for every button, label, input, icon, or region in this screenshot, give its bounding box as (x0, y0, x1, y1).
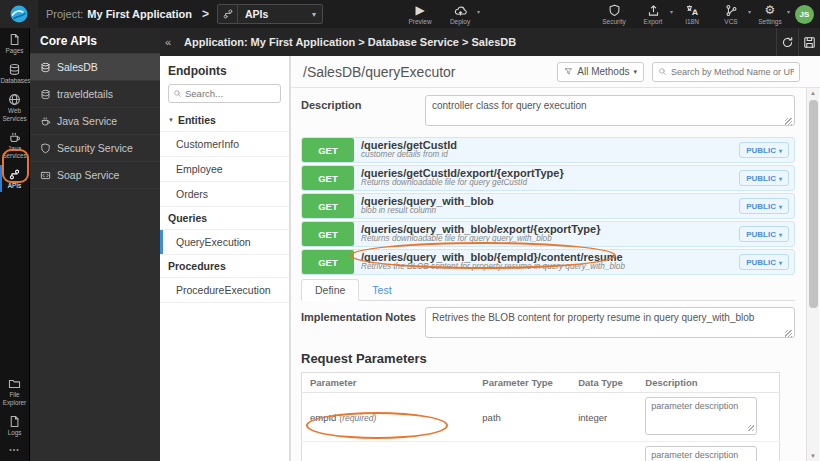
refresh-button[interactable] (776, 28, 798, 56)
core-api-item-salesdb[interactable]: SalesDB (30, 54, 160, 81)
sidebar-item-java-services[interactable]: Java Services (0, 126, 29, 163)
sidebar-spacer (0, 194, 29, 373)
access-dropdown[interactable]: PUBLIC▾ (739, 254, 789, 270)
topbar-action-settings[interactable]: ⚙▾Settings (757, 3, 783, 25)
endpoints-section-queries: Queries (160, 207, 289, 230)
service-header: /SalesDB/queryExecutor All Methods ▾ (291, 56, 820, 88)
parameter-description-cell (637, 442, 779, 461)
endpoints-sections: ▼EntitiesCustomerInfoEmployeeOrdersQueri… (160, 109, 289, 303)
implementation-notes-row: Implementation Notes Retrives the BLOB c… (301, 307, 795, 342)
endpoint-tree-item-orders[interactable]: Orders (160, 182, 289, 207)
scrollbar-thumb[interactable] (809, 100, 818, 308)
endpoints-search-box[interactable] (168, 84, 281, 103)
sidebar-item-pages[interactable]: Pages (0, 28, 29, 58)
scroll-down-arrow-icon[interactable]: ▼ (807, 453, 819, 459)
sidebar-item-logs[interactable]: Logs (0, 410, 29, 440)
project-breadcrumb: Project:My First Application (46, 8, 192, 20)
access-label: PUBLIC (746, 146, 776, 155)
sidebar-item-file-explorer[interactable]: File Explorer (0, 372, 29, 409)
core-api-item-java-service[interactable]: Java Service (30, 108, 160, 135)
core-api-item-security-service[interactable]: Security Service (30, 135, 160, 162)
core-api-item-traveldetails[interactable]: traveldetails (30, 81, 160, 108)
endpoint-description: blob in result column (361, 206, 739, 215)
app-logo[interactable] (0, 0, 38, 28)
endpoint-tree-item-employee[interactable]: Employee (160, 157, 289, 182)
methods-filter-dropdown[interactable]: All Methods ▾ (557, 62, 644, 82)
play-icon: ▶ (415, 3, 424, 17)
user-avatar[interactable]: JS (795, 5, 814, 24)
endpoints-section-entities[interactable]: ▼Entities (160, 109, 289, 132)
access-dropdown[interactable]: PUBLIC▾ (739, 142, 789, 158)
method-badge-get: GET (302, 194, 354, 218)
sidebar-item-label: Java Services (1, 145, 29, 159)
core-api-item-label: SalesDB (57, 61, 98, 73)
endpoint-tree-item-queryexecution[interactable]: QueryExecution (160, 230, 289, 255)
main-scrollbar[interactable]: ▲ ▼ (806, 88, 819, 461)
web-services-icon (8, 93, 21, 106)
sidebar-item-web-services[interactable]: Web Services (0, 88, 29, 125)
endpoints-section-label: Procedures (168, 260, 226, 272)
sidebar-item-label: File Explorer (1, 391, 29, 405)
java-icon (40, 116, 51, 127)
core-apis-panel: Core APIs SalesDBtraveldetailsJava Servi… (30, 28, 160, 461)
refresh-icon (781, 36, 794, 49)
core-api-item-label: Security Service (57, 142, 133, 154)
endpoint-info: /queries/query_with_blob/export/{exportT… (354, 222, 739, 246)
sidebar-more-button[interactable]: ••• (0, 440, 29, 461)
workspace-selector[interactable]: APIs ▾ (217, 4, 323, 24)
wavemaker-studio-window: Project:My First Application > APIs ▾ ▶P… (0, 0, 820, 461)
topbar-action-preview[interactable]: ▶Preview (407, 3, 433, 25)
parameter-description-input[interactable] (645, 397, 757, 435)
endpoint-tree-item-customerinfo[interactable]: CustomerInfo (160, 132, 289, 157)
shield-icon (40, 143, 51, 154)
filter-funnel-icon (564, 67, 573, 76)
chevron-down-icon: ▾ (779, 175, 782, 182)
tab-test[interactable]: Test (359, 280, 404, 300)
method-search-box[interactable] (652, 62, 800, 82)
parameter-description-input[interactable] (645, 446, 757, 461)
endpoint-row[interactable]: GET/queries/getCustIdcustomer details fr… (301, 137, 795, 163)
deploy-cloud-icon (454, 4, 467, 17)
topbar-action-deploy[interactable]: ▾Deploy (447, 3, 473, 25)
scroll-up-arrow-icon[interactable]: ▲ (807, 90, 819, 96)
endpoint-tree-item-procedureexecution[interactable]: ProcedureExecution (160, 278, 289, 303)
tab-define[interactable]: Define (301, 279, 359, 301)
endpoint-row[interactable]: GET/queries/query_with_blobblob in resul… (301, 193, 795, 219)
implementation-notes-input[interactable]: Retrives the BLOB content for property r… (425, 307, 795, 338)
topbar-right-actions: Security▾ExportI18N▾VCS⚙▾Settings (601, 3, 783, 25)
implementation-notes-textarea-wrap: Retrives the BLOB content for property r… (425, 307, 795, 342)
chevron-down-icon: ▾ (312, 10, 322, 19)
description-input[interactable]: controller class for query execution (425, 95, 795, 126)
core-api-item-soap-service[interactable]: Soap Service (30, 162, 160, 189)
access-label: PUBLIC (746, 258, 776, 267)
sidebar-item-databases[interactable]: Databases (0, 58, 29, 88)
save-button[interactable] (798, 28, 820, 56)
topbar-action-i18n[interactable]: I18N (679, 3, 705, 25)
topbar-action-label: Preview (408, 18, 431, 25)
topbar-action-export[interactable]: ▾Export (640, 3, 666, 25)
endpoints-search-input[interactable] (185, 88, 276, 99)
topbar-action-label: VCS (724, 18, 737, 25)
topbar-action-vcs[interactable]: ▾VCS (718, 3, 744, 25)
description-label: Description (301, 95, 425, 130)
access-dropdown[interactable]: PUBLIC▾ (739, 198, 789, 214)
endpoint-row[interactable]: GET/queries/query_with_blob/{empId}/cont… (301, 249, 795, 275)
endpoint-row[interactable]: GET/queries/getCustId/export/{exportType… (301, 165, 795, 191)
access-label: PUBLIC (746, 230, 776, 239)
endpoint-row[interactable]: GET/queries/query_with_blob/export/{expo… (301, 221, 795, 247)
breadcrumb-separator: > (202, 7, 209, 21)
collapse-panel-button[interactable]: « (160, 36, 176, 48)
request-parameters-title: Request Parameters (301, 351, 795, 366)
service-detail-content: Description controller class for query e… (291, 88, 805, 461)
parameter-required-flag: (required) (339, 413, 376, 423)
access-dropdown[interactable]: PUBLIC▾ (739, 226, 789, 242)
sidebar-item-apis[interactable]: APIs (0, 163, 29, 193)
application-breadcrumb-bar: « Application: My First Application > Da… (160, 28, 820, 56)
databases-icon (8, 63, 21, 76)
topbar-action-security[interactable]: Security (601, 3, 627, 25)
endpoint-description: Returns downloadable file for query quer… (361, 234, 739, 243)
endpoint-info: /queries/getCustId/export/{exportType}Re… (354, 166, 739, 190)
endpoint-info: /queries/query_with_blobblob in result c… (354, 194, 739, 218)
access-dropdown[interactable]: PUBLIC▾ (739, 170, 789, 186)
method-search-input[interactable] (671, 67, 794, 77)
